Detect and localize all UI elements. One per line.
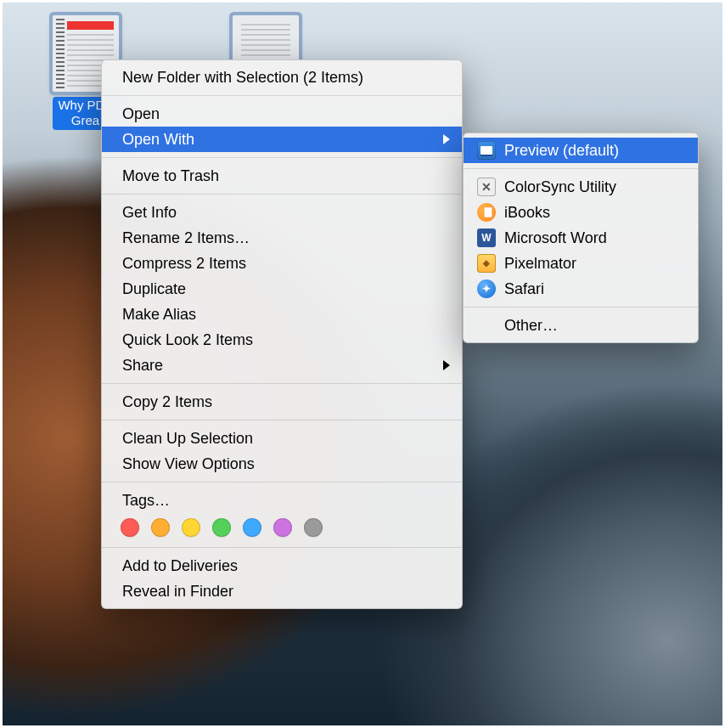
tag-color-dot[interactable] bbox=[212, 518, 231, 537]
menu-separator bbox=[102, 383, 462, 384]
ibooks-icon bbox=[477, 203, 496, 222]
menu-item[interactable]: Duplicate bbox=[102, 276, 462, 302]
menu-item[interactable]: Quick Look 2 Items bbox=[102, 327, 462, 353]
chevron-right-icon bbox=[443, 360, 450, 370]
menu-item[interactable]: Compress 2 Items bbox=[102, 251, 462, 276]
menu-separator bbox=[102, 420, 462, 420]
tag-color-dot[interactable] bbox=[243, 518, 261, 537]
menu-separator bbox=[102, 194, 462, 195]
menu-separator bbox=[102, 157, 462, 158]
menu-item[interactable]: Show View Options bbox=[102, 451, 462, 477]
tag-color-dot[interactable] bbox=[182, 518, 200, 537]
menu-item[interactable]: Rename 2 Items… bbox=[102, 225, 462, 251]
submenu-item-label: Pixelmator bbox=[504, 253, 576, 274]
submenu-item[interactable]: Other… bbox=[464, 313, 698, 338]
menu-separator bbox=[102, 547, 462, 548]
tags-color-row bbox=[102, 513, 462, 542]
submenu-item[interactable]: Preview (default) bbox=[464, 138, 698, 163]
submenu-item-label: iBooks bbox=[504, 202, 550, 223]
submenu-item[interactable]: iBooks bbox=[464, 200, 698, 225]
menu-item-label: Make Alias bbox=[122, 306, 196, 323]
menu-item-label: Rename 2 Items… bbox=[122, 229, 250, 246]
tag-color-dot[interactable] bbox=[273, 518, 292, 537]
menu-item-label: Compress 2 Items bbox=[122, 255, 246, 272]
menu-item-label: Copy 2 Items bbox=[122, 393, 212, 410]
menu-item-label: Reveal in Finder bbox=[122, 583, 233, 600]
menu-item[interactable]: Share bbox=[102, 353, 462, 378]
menu-item-label: Open With bbox=[122, 131, 194, 148]
menu-item-label: Duplicate bbox=[122, 280, 186, 297]
preview-icon bbox=[477, 141, 496, 160]
menu-item[interactable]: Reveal in Finder bbox=[102, 578, 462, 604]
submenu-item-label: Safari bbox=[504, 279, 544, 299]
menu-item[interactable]: New Folder with Selection (2 Items) bbox=[102, 65, 462, 90]
submenu-item[interactable]: Microsoft Word bbox=[464, 225, 698, 251]
menu-item-label: Open bbox=[122, 105, 160, 122]
menu-item[interactable]: Open With bbox=[102, 127, 462, 152]
submenu-item-label: Preview (default) bbox=[504, 140, 619, 161]
safari-icon bbox=[477, 279, 496, 298]
pixelmator-icon bbox=[477, 254, 496, 273]
open-with-submenu: Preview (default)ColorSync UtilityiBooks… bbox=[463, 133, 699, 343]
menu-item-label: New Folder with Selection (2 Items) bbox=[122, 69, 363, 86]
menu-item-label: Quick Look 2 Items bbox=[122, 331, 253, 348]
menu-item-label: Move to Trash bbox=[122, 167, 219, 184]
menu-item-label: Tags… bbox=[122, 492, 170, 509]
menu-item-label: Share bbox=[122, 357, 163, 374]
submenu-item-label: ColorSync Utility bbox=[504, 177, 616, 197]
menu-item[interactable]: Clean Up Selection bbox=[102, 426, 462, 451]
menu-item[interactable]: Get Info bbox=[102, 200, 462, 225]
submenu-item[interactable]: ColorSync Utility bbox=[464, 174, 698, 200]
chevron-right-icon bbox=[443, 134, 450, 144]
tag-color-dot[interactable] bbox=[151, 518, 170, 537]
submenu-item[interactable]: Safari bbox=[464, 276, 698, 302]
menu-item[interactable]: Open bbox=[102, 101, 462, 127]
menu-separator bbox=[102, 95, 462, 96]
menu-item[interactable]: Make Alias bbox=[102, 302, 462, 327]
menu-item[interactable]: Add to Deliveries bbox=[102, 553, 462, 578]
menu-item-label: Show View Options bbox=[122, 455, 255, 472]
menu-item[interactable]: Copy 2 Items bbox=[102, 389, 462, 415]
word-icon bbox=[477, 229, 496, 247]
menu-separator bbox=[102, 482, 462, 483]
menu-item-label: Get Info bbox=[122, 204, 177, 221]
tag-color-dot[interactable] bbox=[121, 518, 139, 537]
colorsync-icon bbox=[477, 178, 496, 196]
submenu-item-label: Microsoft Word bbox=[504, 228, 607, 248]
menu-separator bbox=[464, 307, 698, 308]
menu-item-label: Add to Deliveries bbox=[122, 557, 238, 574]
submenu-item[interactable]: Pixelmator bbox=[464, 251, 698, 276]
menu-item[interactable]: Move to Trash bbox=[102, 163, 462, 189]
menu-item[interactable]: Tags… bbox=[102, 488, 462, 513]
menu-separator bbox=[464, 168, 698, 169]
context-menu: New Folder with Selection (2 Items)OpenO… bbox=[101, 59, 463, 609]
menu-item-label: Clean Up Selection bbox=[122, 430, 253, 447]
tag-color-dot[interactable] bbox=[304, 518, 323, 537]
submenu-item-label: Other… bbox=[504, 315, 558, 336]
